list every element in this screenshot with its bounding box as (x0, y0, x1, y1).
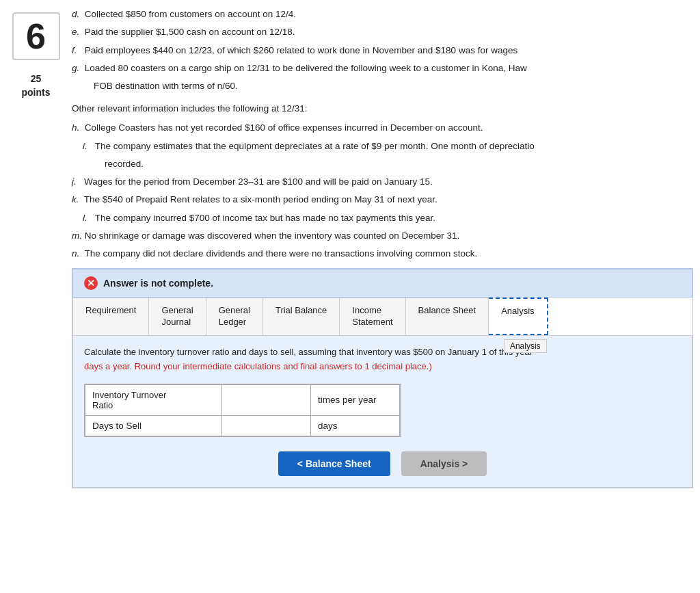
tab-general-ledger[interactable]: GeneralLedger (206, 298, 263, 335)
points-display: 25 points (22, 73, 51, 99)
tabs-container: Requirement GeneralJournal GeneralLedger… (72, 298, 692, 336)
instruction-red: days a year. Round your intermediate cal… (84, 361, 432, 371)
tab-trial-balance[interactable]: Trial Balance (263, 298, 340, 335)
analysis-table-wrapper: Inventory TurnoverRatio times per year D… (84, 384, 401, 437)
tab-general-journal[interactable]: GeneralJournal (149, 298, 206, 335)
analysis-table: Inventory TurnoverRatio times per year D… (85, 384, 400, 436)
days-to-sell-input[interactable] (229, 421, 304, 431)
instruction-text: Calculate the inventory turnover ratio a… (84, 345, 681, 374)
tab-requirement[interactable]: Requirement (72, 298, 149, 335)
answer-outer-wrapper: ✕ Answer is not complete. Requirement Ge… (72, 268, 693, 488)
row-label-inventory-turnover: Inventory TurnoverRatio (85, 384, 222, 415)
row-value-inventory-turnover[interactable] (222, 384, 311, 415)
analysis-tooltip: Analysis (504, 339, 547, 353)
table-row-days-to-sell: Days to Sell days (85, 415, 400, 436)
row-unit-inventory-turnover: times per year (311, 384, 400, 415)
back-icon: < (297, 458, 303, 469)
inventory-turnover-input[interactable] (229, 395, 304, 405)
tab-income-statement[interactable]: IncomeStatement (340, 298, 405, 335)
section-header-other: Other relevant information includes the … (72, 103, 693, 114)
tab-content-analysis: Calculate the inventory turnover ratio a… (72, 336, 692, 488)
error-icon: ✕ (84, 276, 98, 290)
question-items-dg: d. Collected $850 from customers on acco… (72, 7, 693, 94)
back-balance-sheet-button[interactable]: < Balance Sheet (278, 451, 390, 476)
forward-label: Analysis > (420, 458, 468, 469)
tab-balance-sheet[interactable]: Balance Sheet (406, 298, 489, 335)
table-row-inventory-turnover: Inventory TurnoverRatio times per year (85, 384, 400, 415)
row-value-days-to-sell[interactable] (222, 415, 311, 436)
row-unit-days-to-sell: days (311, 415, 400, 436)
tab-analysis[interactable]: Analysis Analysis (489, 298, 548, 335)
answer-banner: ✕ Answer is not complete. (72, 269, 692, 298)
nav-buttons: < Balance Sheet Analysis > (84, 451, 681, 476)
question-number: 6 (12, 12, 60, 60)
back-label: Balance Sheet (306, 458, 371, 469)
forward-analysis-button[interactable]: Analysis > (401, 451, 487, 476)
row-label-days-to-sell: Days to Sell (85, 415, 222, 436)
question-items-hn: h. College Coasters has not yet recorded… (72, 120, 693, 261)
